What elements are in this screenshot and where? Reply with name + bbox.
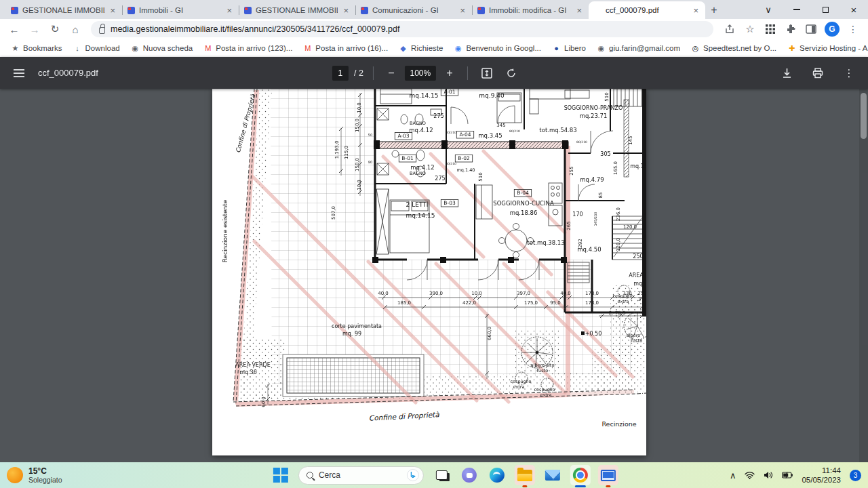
tray-chevron-up-icon[interactable]: ∧	[730, 470, 736, 481]
side-panel-icon[interactable]	[804, 22, 818, 36]
bookmark-item[interactable]: ● Libero	[548, 43, 590, 54]
svg-text:10,0: 10,0	[471, 291, 482, 296]
bookmark-item[interactable]: ✚ Servizio Hosting - A...	[783, 43, 868, 54]
profile-avatar[interactable]: G	[825, 22, 840, 37]
pdf-actions: ⋮	[777, 64, 859, 83]
svg-text:mq.18.86: mq.18.86	[510, 209, 538, 216]
pdf-menu-icon[interactable]	[9, 64, 28, 83]
svg-text:3: 3	[638, 297, 641, 302]
tab-close-icon[interactable]: ×	[575, 6, 583, 15]
browser-tab[interactable]: ccf_000079.pdf ×	[589, 1, 705, 19]
svg-text:albero alto: albero alto	[531, 363, 555, 368]
bookmark-favicon: ◆	[399, 44, 408, 53]
battery-icon[interactable]	[782, 472, 793, 479]
back-icon[interactable]: ←	[5, 20, 23, 38]
forward-icon[interactable]: →	[26, 20, 43, 38]
start-button[interactable]	[271, 465, 291, 485]
bookmark-item[interactable]: ◉ giu.farin@gmail.com	[593, 43, 684, 54]
svg-text:175,0: 175,0	[524, 300, 538, 306]
reload-icon[interactable]: ↻	[46, 20, 64, 38]
taskbar-clock[interactable]: 11:44 05/05/2023	[802, 466, 841, 485]
weather-widget[interactable]: 15°C Soleggiato	[7, 466, 62, 485]
weather-description: Soleggiato	[28, 476, 62, 485]
system-tray: ∧ 11:44 05/05/2023 3	[730, 466, 861, 485]
svg-text:fusto: fusto	[537, 368, 548, 373]
rotate-icon[interactable]	[502, 64, 521, 83]
bookmark-item[interactable]: ◉ Benvenuto in Googl...	[450, 43, 545, 54]
browser-tab[interactable]: GESTIONALE IMMOBILIARE ×	[5, 1, 122, 19]
bookmark-item[interactable]: ◎ Speedtest.net by O...	[687, 43, 781, 54]
svg-text:2 LETTI: 2 LETTI	[406, 201, 429, 208]
browser-tab[interactable]: Comunicazioni - GI ×	[355, 1, 472, 19]
notification-badge[interactable]: 3	[850, 470, 861, 481]
svg-text:255: 255	[569, 166, 574, 175]
taskbar-app-task-view[interactable]	[431, 465, 452, 485]
zoom-level[interactable]: 100%	[405, 66, 436, 81]
new-tab-button[interactable]: +	[705, 1, 723, 19]
taskbar-app-edge[interactable]	[487, 465, 507, 485]
bookmark-favicon: ●	[552, 44, 561, 52]
svg-text:275: 275	[433, 113, 443, 119]
svg-text:mq. 99: mq. 99	[342, 331, 361, 337]
svg-text:95,0: 95,0	[550, 300, 561, 306]
tab-close-icon[interactable]: ×	[342, 6, 350, 15]
taskbar-app-mail[interactable]	[542, 465, 563, 485]
zoom-out-icon[interactable]: −	[383, 67, 399, 79]
taskbar-app-remote-window[interactable]	[598, 465, 618, 485]
tab-close-icon[interactable]: ×	[458, 6, 467, 15]
tab-close-icon[interactable]: ×	[225, 6, 233, 15]
svg-text:AREA VERDE: AREA VERDE	[235, 362, 270, 368]
download-icon[interactable]	[777, 64, 796, 83]
fit-page-icon[interactable]	[477, 64, 496, 83]
home-icon[interactable]: ⌂	[66, 20, 84, 38]
share-icon[interactable]	[723, 22, 736, 36]
pdf-menu-kebab-icon[interactable]: ⋮	[840, 64, 859, 83]
maximize-button[interactable]	[811, 0, 840, 19]
svg-text:80/210: 80/210	[446, 162, 456, 165]
svg-text:510: 510	[604, 92, 610, 101]
pdf-scrollbar-thumb[interactable]	[861, 93, 867, 139]
tab-title: ccf_000079.pdf	[606, 6, 688, 14]
windows-taskbar: 15°C Soleggiato Cerca	[0, 462, 868, 488]
pdf-scrollbar-track[interactable]	[859, 89, 868, 462]
browser-toolbar: ← → ↻ ⌂ media.gestionaleimmobiliare.it/f…	[0, 19, 868, 39]
extensions-puzzle-icon[interactable]	[784, 22, 797, 36]
minimize-button[interactable]	[783, 0, 811, 19]
apps-grid-icon[interactable]	[764, 22, 777, 36]
bookmark-favicon: ◎	[691, 44, 700, 53]
bookmark-item[interactable]: ★ Bookmarks	[7, 43, 66, 54]
tab-search-icon[interactable]: ∨	[754, 0, 783, 19]
tab-title: Immobili - GI	[139, 6, 221, 14]
bookmarks-bar: ★ Bookmarks ↓ Download ◉ Nuova scheda M …	[0, 39, 868, 57]
browser-tab[interactable]: Immobili - GI ×	[122, 1, 239, 19]
volume-icon[interactable]	[764, 471, 773, 479]
taskbar-app-chat[interactable]	[459, 465, 479, 485]
bookmark-item[interactable]: ◉ Nuova scheda	[127, 43, 197, 54]
bookmark-item[interactable]: ↓ Download	[69, 43, 124, 54]
bookmark-favicon: ✚	[787, 44, 796, 53]
taskbar-app-file-explorer[interactable]	[515, 465, 535, 485]
svg-text:150,0: 150,0	[355, 158, 360, 171]
browser-tab[interactable]: Immobili: modifica - GI ×	[472, 1, 589, 19]
bookmark-star-icon[interactable]: ☆	[743, 22, 757, 36]
svg-text:cespuglio: cespuglio	[613, 293, 634, 299]
taskbar-search[interactable]: Cerca	[298, 466, 424, 485]
bing-icon	[407, 469, 419, 481]
pdf-viewport[interactable]: mq.14.15A-01mq.9.40SOGGIORNO-PRANZOmq.23…	[0, 89, 868, 462]
browser-menu-kebab-icon[interactable]: ⋮	[846, 22, 860, 36]
close-button[interactable]: ×	[840, 0, 868, 19]
bookmark-item[interactable]: ◆ Richieste	[395, 43, 447, 54]
bookmark-item[interactable]: M Posta in arrivo (123)...	[199, 43, 296, 54]
svg-text:1.193,0: 1.193,0	[334, 141, 340, 159]
bookmark-item[interactable]: M Posta in arrivo (16)...	[299, 43, 392, 54]
tab-close-icon[interactable]: ×	[108, 6, 117, 15]
page-number-input[interactable]: 1	[332, 66, 349, 81]
tab-close-icon[interactable]: ×	[692, 6, 700, 15]
zoom-in-icon[interactable]: +	[441, 67, 458, 79]
svg-text:292: 292	[578, 239, 583, 247]
address-bar[interactable]: media.gestionaleimmobiliare.it/files/ann…	[91, 21, 713, 37]
browser-tab[interactable]: GESTIONALE IMMOBILIARE ×	[239, 1, 355, 19]
wifi-icon[interactable]	[745, 471, 755, 479]
taskbar-app-chrome[interactable]	[570, 465, 591, 485]
print-icon[interactable]	[808, 64, 827, 83]
